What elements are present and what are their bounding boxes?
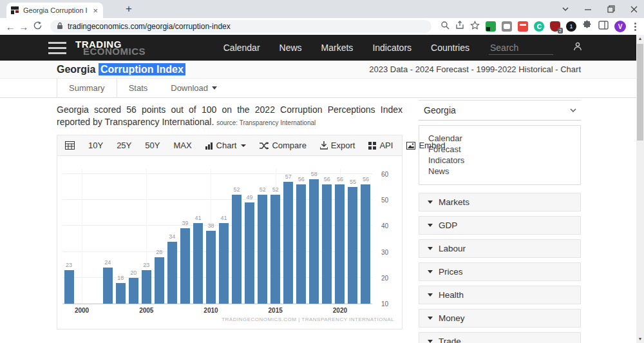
chart-bar-1999[interactable]	[64, 270, 74, 304]
range-10y-button[interactable]: 10Y	[88, 141, 103, 150]
bar-value-label: 58	[311, 171, 317, 177]
sidebar-link-forecast[interactable]: Forecast	[428, 144, 580, 155]
nav-item-markets[interactable]: Markets	[321, 43, 354, 53]
nav-item-calendar[interactable]: Calendar	[223, 43, 260, 53]
sidebar-accordions: Markets GDP Labour Prices Health Money T…	[419, 193, 581, 343]
browser-menu-icon[interactable]	[632, 23, 639, 31]
bar-value-label: 41	[221, 215, 227, 221]
address-bar[interactable]: tradingeconomics.com/georgia/corruption-…	[50, 20, 431, 33]
accordion-label: Health	[439, 290, 464, 300]
accordion-markets[interactable]: Markets	[419, 193, 581, 211]
window-restore-button[interactable]	[607, 5, 615, 13]
country-select[interactable]: Georgia	[419, 100, 581, 121]
nav-item-news[interactable]: News	[279, 43, 302, 53]
range-50y-button[interactable]: 50Y	[145, 141, 160, 150]
chart-bar-2009[interactable]	[193, 223, 203, 304]
window-minimize-button[interactable]	[585, 6, 592, 13]
chart-bar-2010[interactable]	[206, 231, 216, 304]
back-button[interactable]: ←	[5, 21, 16, 32]
scrollbar-thumb[interactable]	[637, 44, 643, 141]
extension-tag-icon[interactable]	[502, 21, 512, 32]
sidebar-link-indicators[interactable]: Indicators	[428, 155, 580, 166]
extension-onetab-icon[interactable]: 1	[566, 21, 576, 32]
chart-bar-2012[interactable]	[232, 195, 242, 304]
reload-button[interactable]	[33, 21, 43, 33]
extension-password-icon[interactable]: 2	[550, 21, 560, 32]
site-search-input[interactable]	[489, 41, 553, 55]
chart-bar-2021[interactable]	[348, 187, 357, 304]
chart-bar-2017[interactable]	[296, 184, 306, 304]
chart-bar-2005[interactable]	[142, 270, 151, 304]
caret-down-icon	[428, 340, 433, 343]
bar-value-label: 52	[234, 186, 240, 193]
source-link[interactable]: Transparency International	[240, 119, 316, 126]
scroll-down-icon[interactable]: ▼	[636, 335, 644, 343]
chart-bar-2019[interactable]	[322, 184, 332, 304]
range-max-button[interactable]: MAX	[173, 141, 191, 150]
accordion-label: Prices	[439, 267, 463, 277]
new-tab-button[interactable]: +	[121, 2, 137, 16]
chart-bar-2006[interactable]	[155, 257, 164, 304]
extension-green-grid-icon[interactable]	[486, 21, 496, 32]
profile-avatar[interactable]: V	[614, 21, 626, 32]
search-icon[interactable]	[440, 21, 450, 32]
tab-stats[interactable]: Stats	[117, 79, 160, 97]
accordion-money[interactable]: Money	[419, 309, 581, 328]
extensions-puzzle-icon[interactable]	[582, 20, 592, 33]
browser-tab[interactable]: Georgia Corruption Index - 2023 ×	[6, 3, 103, 18]
chart-bar-2022[interactable]	[361, 184, 370, 304]
x-axis-label: 2000	[75, 307, 89, 314]
share-icon[interactable]	[455, 21, 464, 32]
api-button[interactable]: API	[368, 141, 393, 150]
bar-value-label: 56	[363, 176, 369, 182]
page-scrollbar[interactable]: ▲ ▼	[636, 35, 644, 343]
chart-toolbar: 10Y 25Y 50Y MAX Chart Compare Export	[57, 135, 402, 156]
scroll-up-icon[interactable]: ▲	[636, 35, 644, 43]
chart-bar-2002[interactable]	[103, 268, 113, 304]
bar-value-label: 52	[272, 186, 279, 193]
tab-search-chevron-icon[interactable]	[562, 6, 569, 12]
range-25y-button[interactable]: 25Y	[117, 141, 131, 150]
sidebar-link-calendar[interactable]: Calendar	[428, 133, 580, 144]
export-button[interactable]: Export	[320, 141, 355, 150]
chart-type-button[interactable]: Chart	[205, 141, 247, 150]
forward-button[interactable]: →	[19, 21, 30, 32]
url-text[interactable]: tradingeconomics.com/georgia/corruption-…	[68, 22, 231, 31]
bookmark-star-icon[interactable]	[470, 21, 480, 33]
chart-bar-2007[interactable]	[167, 242, 177, 304]
table-view-icon[interactable]	[65, 141, 75, 150]
site-logo[interactable]: TRADING ECONOMICS	[75, 39, 146, 56]
sidebar-link-news[interactable]: News	[428, 166, 580, 177]
chart-bar-2014[interactable]	[258, 195, 267, 304]
side-panel-icon[interactable]	[598, 21, 609, 32]
compare-icon	[260, 142, 269, 150]
hamburger-menu-icon[interactable]	[48, 42, 66, 54]
chart-bar-2004[interactable]	[129, 278, 138, 304]
chart-bar-2016[interactable]	[283, 182, 293, 304]
accordion-trade[interactable]: Trade	[419, 332, 581, 343]
chart-bar-2020[interactable]	[335, 184, 345, 304]
accordion-health[interactable]: Health	[419, 286, 581, 304]
caret-down-icon	[428, 317, 433, 320]
accordion-gdp[interactable]: GDP	[419, 216, 581, 235]
caret-down-icon	[428, 224, 433, 227]
export-label: Export	[331, 141, 355, 150]
compare-button[interactable]: Compare	[260, 141, 306, 150]
tab-summary[interactable]: Summary	[57, 79, 117, 97]
chart-bar-2018[interactable]	[309, 179, 319, 304]
tab-download[interactable]: Download	[159, 79, 229, 97]
nav-item-countries[interactable]: Countries	[431, 43, 469, 53]
accordion-prices[interactable]: Prices	[419, 262, 581, 281]
account-icon[interactable]	[573, 41, 583, 54]
chart-bar-2003[interactable]	[116, 283, 126, 304]
extension-grammarly-icon[interactable]	[534, 21, 544, 32]
chart-bar-2013[interactable]	[245, 202, 254, 304]
tab-close-icon[interactable]: ×	[91, 6, 99, 15]
extension-shield-icon[interactable]	[518, 21, 528, 32]
window-close-button[interactable]	[630, 6, 638, 13]
accordion-labour[interactable]: Labour	[419, 239, 581, 258]
chart-bar-2011[interactable]	[219, 223, 229, 304]
nav-item-indicators[interactable]: Indicators	[372, 43, 412, 53]
chart-bar-2008[interactable]	[180, 228, 190, 304]
chart-bar-2015[interactable]	[270, 195, 280, 304]
